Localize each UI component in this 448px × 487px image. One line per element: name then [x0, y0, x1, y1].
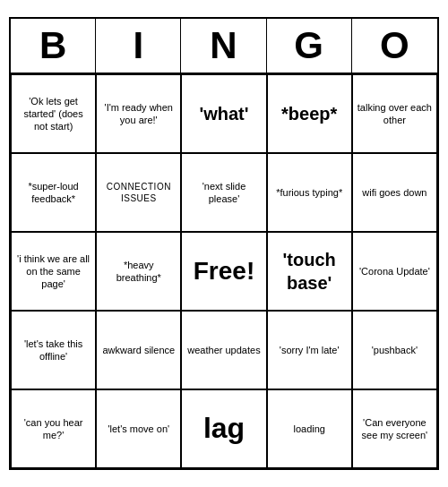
bingo-cell-23[interactable]: loading — [267, 389, 352, 468]
bingo-cell-21[interactable]: 'let's move on' — [96, 389, 181, 468]
bingo-cell-5[interactable]: *super-loud feedback* — [11, 153, 96, 232]
bingo-grid: 'Ok lets get started' (does not start)'I… — [11, 74, 437, 468]
bingo-cell-12[interactable]: Free! — [181, 232, 266, 311]
bingo-cell-2[interactable]: 'what' — [181, 74, 266, 153]
header-letter-g: G — [267, 19, 352, 73]
bingo-cell-15[interactable]: 'let's take this offline' — [11, 311, 96, 389]
bingo-cell-16[interactable]: awkward silence — [96, 311, 181, 389]
bingo-cell-17[interactable]: weather updates — [181, 311, 266, 389]
bingo-cell-4[interactable]: talking over each other — [352, 74, 437, 153]
bingo-card: BINGO 'Ok lets get started' (does not st… — [9, 17, 439, 470]
bingo-cell-1[interactable]: 'I'm ready when you are!' — [96, 74, 181, 153]
header-letter-n: N — [181, 19, 266, 73]
bingo-cell-0[interactable]: 'Ok lets get started' (does not start) — [11, 74, 96, 153]
header-letter-b: B — [11, 19, 96, 73]
bingo-cell-13[interactable]: 'touch base' — [267, 232, 352, 311]
bingo-cell-22[interactable]: lag — [181, 389, 266, 468]
bingo-cell-11[interactable]: *heavy breathing* — [96, 232, 181, 311]
bingo-cell-14[interactable]: 'Corona Update' — [352, 232, 437, 311]
bingo-cell-6[interactable]: CONNECTION ISSUES — [96, 153, 181, 232]
bingo-cell-24[interactable]: 'Can everyone see my screen' — [352, 389, 437, 468]
bingo-cell-18[interactable]: 'sorry I'm late' — [267, 311, 352, 389]
bingo-cell-20[interactable]: 'can you hear me?' — [11, 389, 96, 468]
header-letter-o: O — [352, 19, 437, 73]
bingo-cell-8[interactable]: *furious typing* — [267, 153, 352, 232]
bingo-cell-3[interactable]: *beep* — [267, 74, 352, 153]
bingo-cell-19[interactable]: 'pushback' — [352, 311, 437, 389]
bingo-cell-7[interactable]: 'next slide please' — [181, 153, 266, 232]
bingo-cell-9[interactable]: wifi goes down — [352, 153, 437, 232]
bingo-cell-10[interactable]: 'i think we are all on the same page' — [11, 232, 96, 311]
header-letter-i: I — [96, 19, 181, 73]
bingo-header: BINGO — [11, 19, 437, 74]
